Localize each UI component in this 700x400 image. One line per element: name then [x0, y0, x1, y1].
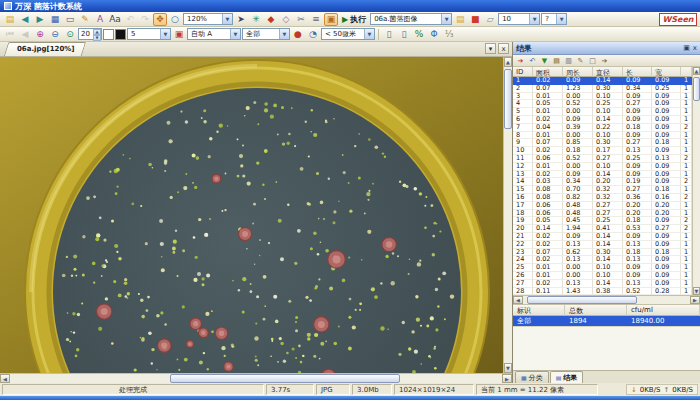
chevron-down-icon[interactable]: ▼ — [556, 14, 566, 24]
zoom-level-combo[interactable]: 120% ▼ — [183, 13, 233, 25]
table-row[interactable]: 210.020.090.140.090.091 — [513, 233, 692, 241]
scroll-right-icon[interactable]: ▶ — [502, 374, 512, 383]
scroll-up-icon[interactable]: ▲ — [693, 67, 700, 75]
chevron-down-icon[interactable]: ▼ — [279, 29, 289, 39]
execute-button[interactable]: ▶ 执行 — [339, 14, 369, 25]
table-horizontal-scrollbar[interactable]: ◀ ▶ — [513, 295, 700, 305]
eraser-icon[interactable]: ▱ — [483, 13, 497, 26]
pen-width-combo[interactable]: 5 ▼ — [127, 28, 171, 40]
folder-small-icon[interactable]: ▤ — [453, 13, 467, 26]
mark-edit-icon[interactable]: ✂ — [294, 13, 308, 26]
image-horizontal-scrollbar[interactable]: ◀ ▶ — [0, 373, 512, 383]
settings-icon[interactable]: ≡ — [309, 13, 323, 26]
scope-combo[interactable]: 全部 ▼ — [242, 28, 290, 40]
table-row[interactable]: 10.020.090.140.090.091 — [513, 77, 692, 85]
table-vertical-scrollbar[interactable]: ▲ ▼ — [692, 67, 700, 295]
column-header[interactable]: 面积 — [533, 67, 563, 77]
copy-doc-icon[interactable]: ▯ — [397, 28, 411, 41]
tab-list-dropdown-icon[interactable]: ▾ — [485, 43, 496, 54]
scroll-down-icon[interactable]: ▼ — [693, 287, 700, 295]
next-icon[interactable]: ➔ — [599, 56, 610, 66]
table-row[interactable]: 200.141.940.410.530.272 — [513, 225, 692, 233]
help-mode-icon[interactable]: ▣ — [324, 13, 338, 26]
percent-icon[interactable]: % — [412, 28, 426, 41]
zoom-out-icon[interactable]: ⊖ — [48, 28, 62, 41]
summary-row[interactable]: 全部189418940.00 — [513, 316, 700, 326]
font-icon[interactable]: Aa — [108, 13, 122, 26]
first-frame-icon[interactable]: ⏮ — [3, 28, 17, 41]
select-region-icon[interactable]: □ — [587, 56, 598, 66]
column-header[interactable]: 直径 — [593, 67, 623, 77]
scroll-down-icon[interactable]: ▼ — [504, 363, 512, 373]
petri-dish-image[interactable] — [0, 57, 503, 373]
pin-icon[interactable]: ▣ — [683, 44, 690, 52]
edit-results-icon[interactable]: ✎ — [575, 56, 586, 66]
circle-red-icon[interactable]: ● — [291, 28, 305, 41]
close-icon[interactable]: x — [693, 44, 697, 52]
size-spinner[interactable]: 20 ▲▼ — [78, 28, 102, 40]
scroll-left-icon[interactable]: ◀ — [0, 374, 10, 383]
panel-tab-分类[interactable]: ▦分类 — [515, 371, 549, 383]
pan-hand-icon[interactable]: ✥ — [153, 13, 167, 26]
scrollbar-thumb[interactable] — [170, 374, 400, 383]
table-row[interactable]: 140.030.340.200.190.092 — [513, 178, 692, 186]
export-image-icon[interactable]: ▶ — [33, 13, 47, 26]
zoom-fit-icon[interactable]: ⊙ — [63, 28, 77, 41]
chevron-down-icon[interactable]: ▼ — [529, 14, 539, 24]
panel-tab-结果[interactable]: ▤结果 — [550, 371, 584, 383]
label-icon[interactable]: ⅓ — [442, 28, 456, 41]
chevron-down-icon[interactable]: ▼ — [364, 29, 374, 39]
table-row[interactable]: 20.071.230.300.340.251 — [513, 85, 692, 93]
pencil-icon[interactable]: ✎ — [78, 13, 92, 26]
table-row[interactable]: 60.020.090.140.090.091 — [513, 116, 692, 124]
table-row[interactable]: 40.050.520.250.270.091 — [513, 100, 692, 108]
color-picker-icon[interactable]: ▣ — [172, 28, 186, 41]
table-row[interactable]: 230.070.620.300.180.181 — [513, 249, 692, 257]
image-type-combo[interactable]: 06a.菌落图像 ▼ — [370, 13, 452, 25]
column-header[interactable]: 周长 — [563, 67, 593, 77]
zoom-in-icon[interactable]: ⊕ — [33, 28, 47, 41]
table-row[interactable]: 160.080.820.320.360.162 — [513, 194, 692, 202]
table-row[interactable]: 220.020.130.140.130.091 — [513, 241, 692, 249]
table-row[interactable]: 90.070.850.300.270.181 — [513, 139, 692, 147]
scroll-left-icon[interactable]: ◀ — [513, 296, 523, 304]
scroll-right-icon[interactable]: ▶ — [690, 296, 700, 304]
save-icon[interactable]: ▦ — [48, 13, 62, 26]
pointer-tool-icon[interactable]: ➤ — [234, 13, 248, 26]
table-row[interactable]: 260.010.000.100.090.091 — [513, 272, 692, 280]
table-row[interactable]: 110.060.520.270.250.132 — [513, 155, 692, 163]
table-row[interactable]: 30.010.000.100.090.091 — [513, 93, 692, 101]
table-row[interactable]: 130.020.090.140.090.091 — [513, 171, 692, 179]
new-doc-icon[interactable]: ▯ — [382, 28, 396, 41]
print-icon[interactable]: ▭ — [63, 13, 77, 26]
chevron-down-icon[interactable]: ▼ — [230, 29, 240, 39]
open-folder-icon[interactable]: ▤ — [3, 13, 17, 26]
mark-del-icon[interactable]: ◇ — [279, 13, 293, 26]
zoom-tool-icon[interactable]: ○ — [168, 13, 182, 26]
column-header[interactable] — [681, 67, 692, 77]
filter-icon[interactable]: ▼ — [539, 56, 550, 66]
table-row[interactable]: 250.010.000.100.090.091 — [513, 264, 692, 272]
column-header[interactable]: 宽 — [652, 67, 681, 77]
help-combo[interactable]: ? ▼ — [541, 13, 567, 25]
table-row[interactable]: 100.020.180.170.130.091 — [513, 147, 692, 155]
spinner-down-icon[interactable]: ▼ — [93, 35, 101, 41]
redo-icon[interactable]: ↷ — [138, 13, 152, 26]
prev-frame-icon[interactable]: ◀ — [18, 28, 32, 41]
chevron-down-icon[interactable]: ▼ — [441, 14, 451, 24]
image-tab[interactable]: 06a.jpg[120%] — [4, 42, 86, 56]
table-row[interactable]: 50.010.000.100.090.091 — [513, 108, 692, 116]
table-row[interactable]: 280.111.430.380.520.281 — [513, 288, 692, 295]
refresh-icon[interactable]: ↶ — [527, 56, 538, 66]
export-results-icon[interactable]: ➔ — [515, 56, 526, 66]
scroll-up-icon[interactable]: ▲ — [504, 57, 512, 67]
mark-add-icon[interactable]: ◆ — [264, 13, 278, 26]
diameter-icon[interactable]: Φ — [427, 28, 441, 41]
micron-filter-combo[interactable]: < 50微米 ▼ — [321, 28, 375, 40]
chevron-down-icon[interactable]: ▼ — [222, 14, 232, 24]
chevron-down-icon[interactable]: ▼ — [160, 29, 170, 39]
table-row[interactable]: 70.040.390.220.180.092 — [513, 124, 692, 132]
table-row[interactable]: 80.010.000.100.090.091 — [513, 132, 692, 140]
circle-blue-icon[interactable]: ◔ — [306, 28, 320, 41]
table-row[interactable]: 150.080.700.320.270.181 — [513, 186, 692, 194]
